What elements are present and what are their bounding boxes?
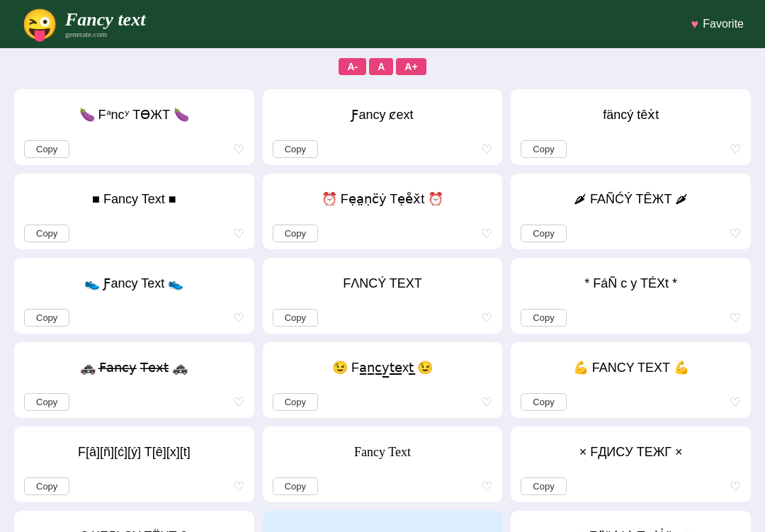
card-text-2: fäncý têẋt bbox=[603, 99, 659, 130]
logo-subtitle: generate.com bbox=[65, 30, 145, 38]
card-bottom-12: Copy♡ bbox=[24, 477, 244, 495]
copy-button-8[interactable]: Copy bbox=[521, 309, 566, 327]
card-text-12: F[â][ñ][ć][ý] T[ê][x][t] bbox=[78, 436, 191, 468]
card-text-5: 🌶 FAÑĆÝ TÊЖТ 🌶 bbox=[574, 183, 688, 215]
card-text-17: 🚒 Fẹ̈äṅċẏ Tẹẋṫë 🚒 bbox=[570, 521, 692, 532]
card-text-14: × FДИCУ ТЕЖГ × bbox=[579, 436, 683, 468]
copy-button-4[interactable]: Copy bbox=[273, 225, 318, 242]
copy-button-3[interactable]: Copy bbox=[24, 225, 69, 242]
card-3: ■ Fancy Text ■Copy♡ bbox=[14, 174, 254, 249]
copy-button-12[interactable]: Copy bbox=[24, 477, 69, 495]
card-5: 🌶 FAÑĆÝ TÊЖТ 🌶Copy♡ bbox=[511, 174, 751, 249]
copy-button-13[interactable]: Copy bbox=[273, 477, 318, 495]
copy-button-14[interactable]: Copy bbox=[521, 477, 566, 495]
copy-button-5[interactable]: Copy bbox=[521, 225, 566, 242]
card-bottom-10: Copy♡ bbox=[273, 393, 493, 411]
card-1: Ƒancy ȼextCopy♡ bbox=[263, 89, 503, 165]
card-bottom-3: Copy♡ bbox=[24, 225, 244, 242]
copy-button-2[interactable]: Copy bbox=[521, 140, 566, 158]
card-bottom-2: Copy♡ bbox=[521, 140, 741, 158]
card-text-13: Fancy Text bbox=[354, 436, 411, 468]
card-9: 🚓 F̶a̶n̶c̶y̶ T̶e̶x̶t̶ 🚓Copy♡ bbox=[14, 342, 254, 418]
favorite-heart-9[interactable]: ♡ bbox=[233, 395, 244, 410]
card-bottom-11: Copy♡ bbox=[521, 393, 741, 411]
card-0: 🍆 Fᵃncʸ TӨЖТ 🍆Copy♡ bbox=[14, 89, 254, 165]
card-6: 👟 Ƒancy Text 👟Copy♡ bbox=[14, 258, 254, 334]
favorite-heart-3[interactable]: ♡ bbox=[233, 226, 244, 242]
card-bottom-9: Copy♡ bbox=[24, 393, 244, 411]
card-text-11: 💪 FANCY TEXT 💪 bbox=[573, 352, 689, 383]
favorite-heart-14[interactable]: ♡ bbox=[730, 479, 741, 494]
copy-button-9[interactable]: Copy bbox=[24, 393, 69, 411]
card-text-4: ⏰ Fẹa̤ṇc̈ẏ Tẹe̊x̌t ⏰ bbox=[322, 183, 444, 215]
card-bottom-8: Copy♡ bbox=[521, 309, 741, 327]
copy-button-1[interactable]: Copy bbox=[273, 140, 318, 158]
copy-button-10[interactable]: Copy bbox=[273, 393, 318, 411]
favorite-heart-6[interactable]: ♡ bbox=[233, 310, 244, 326]
favorite-heart-11[interactable]: ♡ bbox=[730, 395, 741, 410]
header: 😜 Fancy text generate.com ♥ Favorite bbox=[0, 0, 765, 48]
favorite-heart-4[interactable]: ♡ bbox=[481, 226, 492, 242]
card-4: ⏰ Fẹa̤ṇc̈ẏ Tẹe̊x̌t ⏰Copy♡ bbox=[263, 174, 503, 249]
favorite-label: Favorite bbox=[703, 18, 744, 30]
card-bottom-1: Copy♡ bbox=[273, 140, 493, 158]
card-10: 😉 Fa̲n̲c̲y̲t̲e̲xt̲ 😉Copy♡ bbox=[263, 342, 503, 418]
card-bottom-0: Copy♡ bbox=[24, 140, 244, 158]
heart-icon: ♥ bbox=[691, 17, 699, 32]
logo-emoji: 😜 bbox=[21, 7, 58, 42]
card-text-0: 🍆 Fᵃncʸ TӨЖТ 🍆 bbox=[79, 99, 190, 130]
favorite-heart-5[interactable]: ♡ bbox=[730, 226, 741, 242]
font-controls: A- A A+ bbox=[0, 48, 765, 82]
card-bottom-4: Copy♡ bbox=[273, 225, 493, 242]
card-7: FΛNCÝ TEXTCopy♡ bbox=[263, 258, 503, 334]
card-bottom-6: Copy♡ bbox=[24, 309, 244, 327]
card-11: 💪 FANCY TEXT 💪Copy♡ bbox=[511, 342, 751, 418]
card-15: ? ЧFЛLCY ТЁХТ ?Copy♡ bbox=[14, 511, 254, 532]
card-text-1: Ƒancy ȼext bbox=[351, 99, 413, 130]
favorite-heart-8[interactable]: ♡ bbox=[730, 310, 741, 326]
card-bottom-14: Copy♡ bbox=[521, 477, 741, 495]
card-16: Advertisement bbox=[263, 511, 503, 532]
copy-button-0[interactable]: Copy bbox=[24, 140, 69, 158]
card-text-9: 🚓 F̶a̶n̶c̶y̶ T̶e̶x̶t̶ 🚓 bbox=[80, 352, 188, 383]
font-decrease-button[interactable]: A- bbox=[339, 58, 366, 75]
card-17: 🚒 Fẹ̈äṅċẏ Tẹẋṫë 🚒Copy♡ bbox=[511, 511, 751, 532]
logo: 😜 Fancy text generate.com bbox=[21, 7, 145, 42]
favorite-heart-2[interactable]: ♡ bbox=[730, 142, 741, 157]
copy-button-11[interactable]: Copy bbox=[521, 393, 566, 411]
favorite-heart-10[interactable]: ♡ bbox=[481, 395, 492, 410]
cards-grid: 🍆 Fᵃncʸ TӨЖТ 🍆Copy♡Ƒancy ȼextCopy♡fäncý … bbox=[0, 82, 765, 532]
favorite-heart-12[interactable]: ♡ bbox=[233, 479, 244, 494]
card-2: fäncý têẋtCopy♡ bbox=[511, 89, 751, 165]
card-text-10: 😉 Fa̲n̲c̲y̲t̲e̲xt̲ 😉 bbox=[332, 352, 433, 383]
card-bottom-5: Copy♡ bbox=[521, 225, 741, 242]
copy-button-7[interactable]: Copy bbox=[273, 309, 318, 327]
logo-text-group: Fancy text generate.com bbox=[65, 10, 145, 39]
favorite-heart-1[interactable]: ♡ bbox=[481, 142, 492, 157]
card-text-8: * FáÑ c y TÉXt * bbox=[584, 268, 677, 299]
card-14: × FДИCУ ТЕЖГ ×Copy♡ bbox=[511, 426, 751, 502]
favorite-heart-7[interactable]: ♡ bbox=[481, 310, 492, 326]
card-text-7: FΛNCÝ TEXT bbox=[343, 268, 422, 299]
card-text-3: ■ Fancy Text ■ bbox=[92, 183, 176, 215]
favorite-heart-13[interactable]: ♡ bbox=[481, 479, 492, 494]
logo-title: Fancy text generate.com bbox=[65, 9, 145, 39]
card-12: F[â][ñ][ć][ý] T[ê][x][t]Copy♡ bbox=[14, 426, 254, 502]
font-normal-button[interactable]: A bbox=[369, 58, 393, 75]
card-bottom-13: Copy♡ bbox=[273, 477, 493, 495]
card-bottom-7: Copy♡ bbox=[273, 309, 493, 327]
card-text-6: 👟 Ƒancy Text 👟 bbox=[84, 268, 183, 299]
card-text-15: ? ЧFЛLCY ТЁХТ ? bbox=[81, 521, 188, 532]
favorite-button[interactable]: ♥ Favorite bbox=[691, 17, 744, 32]
favorite-heart-0[interactable]: ♡ bbox=[233, 142, 244, 157]
card-8: * FáÑ c y TÉXt *Copy♡ bbox=[511, 258, 751, 334]
copy-button-6[interactable]: Copy bbox=[24, 309, 69, 327]
card-13: Fancy TextCopy♡ bbox=[263, 426, 503, 502]
font-increase-button[interactable]: A+ bbox=[396, 58, 426, 75]
